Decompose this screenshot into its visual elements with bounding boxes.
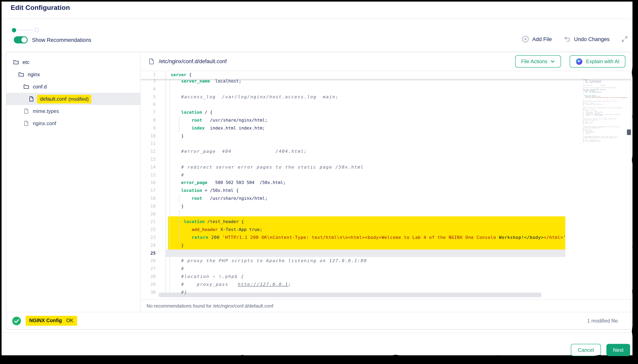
- file-actions-label: File Actions: [521, 58, 547, 64]
- nginx-config-value: OK: [66, 318, 73, 323]
- code-line-14[interactable]: 14# redirect server error pages to the s…: [141, 164, 565, 171]
- folder-icon: [13, 59, 19, 65]
- toggle-knob: [21, 37, 27, 43]
- footer-divider: [2, 332, 632, 333]
- code-line-18[interactable]: 18root /usr/share/nginx/html;: [141, 195, 565, 202]
- line-number: 28: [141, 273, 166, 281]
- recommendations-bar: No recommendations found for /etc/nginx/…: [141, 299, 631, 312]
- code-line-26[interactable]: 26# proxy the PHP scripts to Apache list…: [141, 257, 565, 265]
- code-line-8[interactable]: 8root /usr/share/nginx/html;: [141, 116, 565, 124]
- code-line-24[interactable]: 24}: [141, 242, 565, 249]
- code-line-13[interactable]: 13: [141, 156, 565, 164]
- tree-item-default.conf[interactable]: default.conf(modified): [6, 93, 140, 105]
- folder-icon: [23, 84, 29, 90]
- file-icon: [23, 120, 29, 126]
- line-number: 16: [141, 179, 166, 187]
- wizard-stepper: [12, 28, 39, 32]
- code-line-27[interactable]: 27#: [141, 265, 565, 273]
- code-line-20[interactable]: 20: [141, 210, 565, 218]
- code-line-9[interactable]: 9index index.html index.htm;: [141, 124, 565, 132]
- line-number: 21: [141, 218, 166, 226]
- undo-changes-button[interactable]: Undo Changes: [564, 36, 609, 43]
- code-line-28[interactable]: 28#location ~ \.php$ {: [141, 273, 565, 281]
- cancel-button[interactable]: Cancel: [571, 344, 601, 356]
- minimap[interactable]: server { listen 80 default_server; serve…: [581, 73, 627, 296]
- add-file-button[interactable]: Add File: [522, 36, 552, 43]
- file-header: /etc/nginx/conf.d/default.conf File Acti…: [141, 52, 631, 71]
- next-button[interactable]: Next: [606, 344, 630, 356]
- code-line-30[interactable]: 30#}: [141, 288, 565, 296]
- line-number: 9: [141, 124, 166, 132]
- code-line-16[interactable]: 16error_page 500 502 503 504 /50x.html;: [141, 179, 565, 187]
- code-line-10[interactable]: 10}: [141, 132, 565, 140]
- tree-item-label: etc: [23, 59, 30, 65]
- screenshot-edge-left: [0, 0, 2, 364]
- screen: Edit Configuration Show Recommendations …: [0, 0, 638, 364]
- line-number: 23: [141, 234, 166, 242]
- sticky-code-line[interactable]: 1 server {: [141, 71, 631, 79]
- code-line-12[interactable]: 12#error_page 404 /404.html;: [141, 148, 565, 156]
- step-1-indicator[interactable]: [12, 28, 16, 32]
- file-icon: [23, 108, 29, 114]
- line-number: 30: [141, 288, 166, 296]
- nginx-config-label: NGINX Config: [29, 318, 62, 323]
- vertical-scrollbar-thumb[interactable]: [627, 130, 631, 135]
- line-number: 12: [141, 148, 166, 156]
- expand-button[interactable]: [621, 36, 628, 42]
- tree-item-mime.types[interactable]: mime.types: [6, 105, 140, 117]
- code-line-23[interactable]: 23return 200 'HTTP/1.1 200 OK\nContent-T…: [141, 234, 565, 242]
- code-line-5[interactable]: 5#access_log /var/log/nginx/host.access.…: [141, 93, 565, 101]
- folder-icon: [18, 72, 24, 78]
- line-number: 13: [141, 156, 166, 164]
- code-line-7[interactable]: 7location / {: [141, 108, 565, 116]
- tree-item-nginx[interactable]: nginx: [6, 68, 140, 80]
- code-line-15[interactable]: 15#: [141, 171, 565, 179]
- code-line-25[interactable]: 25: [141, 249, 565, 257]
- add-file-label: Add File: [532, 36, 552, 42]
- line-number: 11: [141, 140, 166, 148]
- undo-icon: [564, 36, 571, 43]
- header-divider: [2, 18, 632, 19]
- code-line-17[interactable]: 17location = /50x.html {: [141, 187, 565, 195]
- tree-item-nginx.conf[interactable]: nginx.conf: [6, 117, 140, 130]
- code-lines: 3server_name localhost;45#access_log /va…: [141, 78, 565, 296]
- editor-column: /etc/nginx/conf.d/default.conf File Acti…: [141, 52, 631, 312]
- line-number: 15: [141, 171, 166, 179]
- line-number: 25: [141, 249, 166, 257]
- explain-with-ai-button[interactable]: Explain with AI: [570, 55, 625, 68]
- code-line-6[interactable]: 6: [141, 101, 565, 109]
- line-number: 14: [141, 164, 166, 171]
- footer-actions: Cancel Next: [571, 344, 630, 356]
- sticky-rest: {: [187, 72, 192, 78]
- file-path: /etc/nginx/conf.d/default.conf: [159, 58, 511, 64]
- line-number: 20: [141, 210, 166, 218]
- line-number: 17: [141, 187, 166, 195]
- tree-item-conf.d[interactable]: conf.d: [6, 80, 140, 93]
- line-number: 26: [141, 257, 166, 265]
- tree-item-etc[interactable]: etc: [6, 56, 140, 68]
- code-editor[interactable]: 3server_name localhost;45#access_log /va…: [141, 71, 631, 299]
- configuration-panel: etcnginxconf.ddefault.conf(modified)mime…: [6, 52, 631, 330]
- sticky-line-number: 1: [141, 71, 166, 79]
- code-line-21[interactable]: 21location /test_header {: [141, 218, 565, 226]
- code-line-19[interactable]: 19}: [141, 202, 565, 210]
- step-2-indicator[interactable]: [34, 28, 39, 32]
- show-recommendations-label: Show Recommendations: [32, 37, 91, 43]
- line-number: 7: [141, 108, 166, 116]
- code-line-4[interactable]: 4: [141, 85, 565, 93]
- code-line-29[interactable]: 29# proxy_pass http://127.0.0.1;: [141, 280, 565, 288]
- line-number: 22: [141, 226, 166, 234]
- chevron-down-icon: [550, 59, 555, 64]
- show-recommendations-toggle[interactable]: [14, 36, 28, 44]
- file-actions-button[interactable]: File Actions: [515, 55, 561, 68]
- line-number: 19: [141, 202, 166, 210]
- panel-top: etcnginxconf.ddefault.conf(modified)mime…: [6, 52, 631, 312]
- minimap-line: # pass the PHP scripts to FastCGI server…: [581, 108, 627, 109]
- no-recommendations-text: No recommendations found for /etc/nginx/…: [147, 303, 273, 308]
- modified-files-count: 1 modified file.: [587, 318, 619, 324]
- check-circle-icon: [12, 316, 21, 325]
- code-line-22[interactable]: 22add_header X-Test-App true;: [141, 226, 565, 234]
- screenshot-edge-top: [0, 0, 638, 2]
- code-line-11[interactable]: 11: [141, 140, 565, 148]
- line-number: 24: [141, 242, 166, 249]
